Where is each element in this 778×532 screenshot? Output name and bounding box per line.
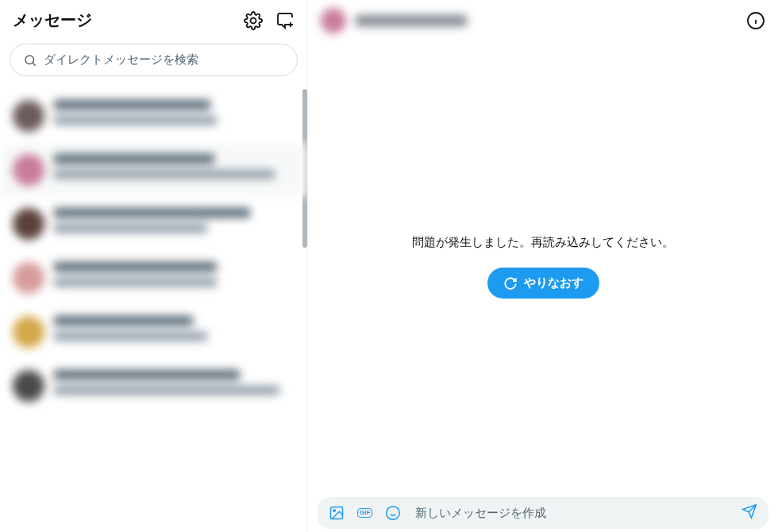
- conversation-item[interactable]: [0, 197, 307, 251]
- conversation-preview: [54, 370, 295, 395]
- header-icons: [244, 11, 295, 30]
- svg-point-4: [387, 507, 400, 520]
- conversation-preview: [54, 208, 295, 233]
- send-icon[interactable]: [741, 503, 757, 522]
- composer-attachments: GIF: [329, 505, 401, 521]
- conversation-list[interactable]: [0, 89, 307, 532]
- conversation-contact[interactable]: [321, 8, 467, 33]
- conversation-item[interactable]: [0, 251, 307, 305]
- conversation-preview: [54, 154, 295, 179]
- avatar: [321, 8, 346, 33]
- search-placeholder: ダイレクトメッセージを検索: [44, 52, 198, 67]
- conversation-item[interactable]: [0, 359, 307, 413]
- avatar: [13, 100, 44, 132]
- info-icon[interactable]: [746, 11, 765, 30]
- gif-icon[interactable]: GIF: [357, 505, 372, 521]
- search-icon: [23, 53, 37, 67]
- contact-name: [356, 15, 467, 26]
- reload-icon: [503, 276, 518, 291]
- main-panel: 問題が発生しました。再読み込みしてください。 やりなおす GIF 新しいメッセー…: [308, 0, 778, 532]
- emoji-icon[interactable]: [385, 505, 401, 521]
- conversation-preview: [54, 100, 295, 125]
- conversation-preview: [54, 316, 295, 341]
- conversation-item[interactable]: [0, 89, 307, 143]
- image-icon[interactable]: [329, 505, 345, 521]
- retry-label: やりなおす: [524, 276, 584, 291]
- retry-button[interactable]: やりなおす: [487, 268, 599, 299]
- message-composer[interactable]: GIF 新しいメッセージを作成: [318, 497, 768, 529]
- avatar: [13, 208, 44, 240]
- search-input[interactable]: ダイレクトメッセージを検索: [10, 44, 298, 76]
- svg-point-3: [333, 510, 336, 512]
- conversation-preview: [54, 262, 295, 287]
- conversation-item[interactable]: [0, 143, 307, 197]
- avatar: [13, 154, 44, 186]
- settings-icon[interactable]: [244, 11, 263, 30]
- search-wrap: ダイレクトメッセージを検索: [0, 37, 307, 89]
- error-message: 問題が発生しました。再読み込みしてください。: [412, 235, 674, 250]
- avatar: [13, 370, 44, 402]
- sidebar-header: メッセージ: [0, 0, 307, 37]
- main-body: 問題が発生しました。再読み込みしてください。 やりなおす: [308, 41, 778, 492]
- page-title: メッセージ: [13, 10, 92, 31]
- main-header: [308, 0, 778, 41]
- avatar: [13, 262, 44, 294]
- sidebar: メッセージ ダイレクトメッセージを検索: [0, 0, 308, 532]
- avatar: [13, 316, 44, 348]
- new-message-icon[interactable]: [275, 11, 295, 30]
- conversation-item[interactable]: [0, 305, 307, 359]
- composer-placeholder: 新しいメッセージを作成: [415, 506, 727, 521]
- svg-point-0: [25, 56, 34, 64]
